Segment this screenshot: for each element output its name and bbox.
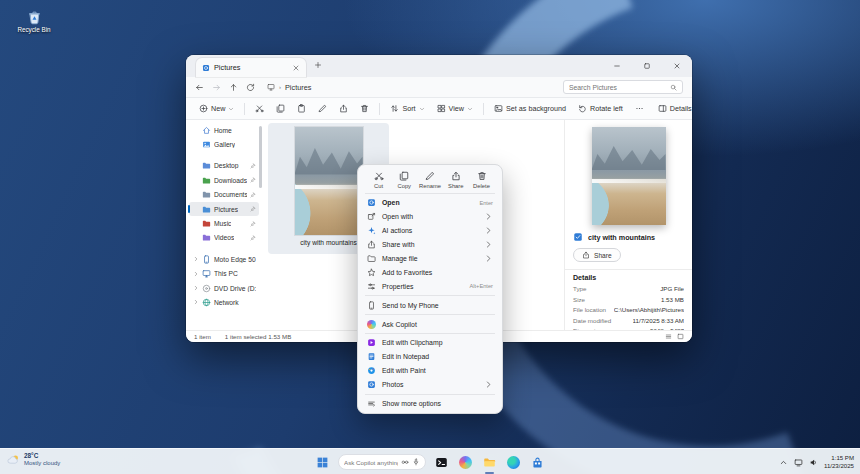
sidebar-item-pictures[interactable]: Pictures — [189, 202, 259, 216]
sparkle-icon — [367, 226, 376, 235]
menu-item-open-with[interactable]: Open with — [361, 210, 499, 224]
chevron-right-icon — [484, 226, 493, 235]
sidebar-item-documents[interactable]: Documents — [189, 188, 259, 202]
explorer-search-input[interactable] — [569, 84, 666, 91]
minimize-button[interactable] — [602, 55, 632, 77]
chevron-down-icon — [467, 106, 473, 112]
share-pill-button[interactable]: Share — [573, 248, 621, 262]
menu-item-label: Send to My Phone — [382, 302, 439, 309]
taskbar-search[interactable] — [338, 454, 426, 470]
rotate-left-icon — [578, 104, 587, 113]
share-button[interactable] — [334, 102, 353, 115]
property-label: Date modified — [573, 316, 611, 327]
store-taskbar-button[interactable] — [529, 454, 546, 471]
menu-item-edit-in-notepad[interactable]: Edit in Notepad — [361, 350, 499, 364]
list-view-icon[interactable] — [665, 333, 672, 340]
copy-quick-button[interactable]: Copy — [392, 171, 417, 189]
new-tab-button[interactable] — [314, 55, 322, 73]
menu-item-photos[interactable]: Photos — [361, 378, 499, 392]
explorer-search[interactable] — [563, 80, 683, 94]
title-bar[interactable]: Pictures — [186, 55, 692, 77]
start-button[interactable] — [314, 454, 331, 471]
edge-icon — [507, 456, 520, 469]
thumbnail-view-icon[interactable] — [677, 333, 684, 340]
property-value: 11/7/2025 8:33 AM — [633, 316, 685, 327]
menu-item-edit-with-clipchamp[interactable]: Edit with Clipchamp — [361, 336, 499, 350]
copilot-vision-glasses-icon[interactable] — [401, 458, 409, 466]
selection-size: 1.53 MB — [268, 333, 291, 340]
copilot-taskbar-button[interactable] — [457, 454, 474, 471]
taskbar-search-input[interactable] — [344, 459, 398, 466]
sidebar-item-moto-edge-50-n[interactable]: Moto Edge 50 N — [189, 252, 259, 266]
recycle-bin-shortcut[interactable]: Recycle Bin — [10, 8, 58, 33]
share-icon — [582, 251, 590, 259]
paste-button[interactable] — [292, 102, 311, 115]
tab-close-icon[interactable] — [292, 64, 300, 72]
rename-button[interactable] — [313, 102, 332, 115]
delete-quick-button[interactable]: Delete — [469, 171, 494, 189]
property-label: Type — [573, 284, 586, 295]
sort-button[interactable]: Sort — [385, 102, 429, 115]
weather-temp: 28°C — [24, 452, 60, 460]
phone-icon — [367, 301, 376, 310]
network-monitor-icon[interactable] — [794, 458, 803, 467]
menu-item-manage-file[interactable]: Manage file — [361, 252, 499, 266]
rotate-left-button[interactable]: Rotate left — [573, 102, 628, 115]
rename-quick-button[interactable]: Rename — [418, 171, 443, 189]
menu-item-properties[interactable]: PropertiesAlt+Enter — [361, 279, 499, 293]
back-icon[interactable] — [195, 83, 204, 92]
tab-title: Pictures — [214, 63, 240, 72]
terminal-taskbar-button[interactable] — [433, 454, 450, 471]
set-as-background-button[interactable]: Set as background — [489, 102, 571, 115]
up-icon[interactable] — [229, 83, 238, 92]
share-quick-button[interactable]: Share — [443, 171, 468, 189]
clock[interactable]: 1:15 PM 11/23/2025 — [824, 454, 854, 470]
details-toggle-button[interactable]: Details — [653, 102, 692, 115]
breadcrumb[interactable]: › Pictures — [263, 80, 555, 95]
menu-item-open[interactable]: OpenEnter — [361, 196, 499, 210]
menu-item-ask-copilot[interactable]: Ask Copilot — [361, 317, 499, 331]
pictures-tab-icon — [202, 64, 210, 72]
delete-button[interactable] — [355, 102, 374, 115]
sidebar-item-desktop[interactable]: Desktop — [189, 159, 259, 173]
file-explorer-taskbar-button[interactable] — [481, 454, 498, 471]
menu-item-label: AI actions — [382, 227, 412, 234]
cut-button[interactable] — [250, 102, 269, 115]
speaker-icon[interactable] — [809, 458, 818, 467]
tray-chevron-up-icon[interactable] — [779, 458, 788, 467]
menu-item-send-to-my-phone[interactable]: Send to My Phone — [361, 298, 499, 312]
refresh-icon[interactable] — [246, 83, 255, 92]
forward-icon[interactable] — [212, 83, 221, 92]
file-explorer-icon — [483, 456, 496, 469]
maximize-button[interactable] — [632, 55, 662, 77]
sidebar-item-music[interactable]: Music — [189, 216, 259, 230]
close-button[interactable] — [662, 55, 692, 77]
edge-taskbar-button[interactable] — [505, 454, 522, 471]
paint-icon — [367, 366, 376, 375]
menu-item-show-more-options[interactable]: Show more options — [361, 397, 499, 411]
sidebar-item-gallery[interactable]: Gallery — [189, 137, 259, 151]
menu-item-share-with[interactable]: Share with — [361, 238, 499, 252]
pin-icon — [250, 221, 256, 227]
menu-item-edit-with-paint[interactable]: Edit with Paint — [361, 364, 499, 378]
menu-item-add-to-favorites[interactable]: Add to Favorites — [361, 265, 499, 279]
copy-button[interactable] — [271, 102, 290, 115]
weather-widget[interactable]: 28°C Mostly cloudy — [7, 452, 60, 468]
sidebar-item-label: DVD Drive (D:) C — [214, 285, 256, 292]
details-pane-icon — [658, 104, 667, 113]
tab-pictures[interactable]: Pictures — [196, 58, 306, 77]
cut-quick-button[interactable]: Cut — [366, 171, 391, 189]
menu-item-label: Open — [382, 199, 400, 206]
property-value: JPG File — [660, 284, 684, 295]
sidebar-item-dvd-drive-d-c[interactable]: DVD Drive (D:) C — [189, 281, 259, 295]
menu-item-ai-actions[interactable]: AI actions — [361, 224, 499, 238]
sidebar-item-videos[interactable]: Videos — [189, 231, 259, 245]
more-options-button[interactable] — [630, 102, 649, 115]
view-button[interactable]: View — [432, 102, 478, 115]
sidebar-item-this-pc[interactable]: This PC — [189, 267, 259, 281]
sidebar-item-downloads[interactable]: Downloads — [189, 173, 259, 187]
new-button[interactable]: New — [194, 102, 239, 115]
microphone-icon[interactable] — [412, 458, 420, 466]
sidebar-item-network[interactable]: Network — [189, 295, 259, 309]
sidebar-item-home[interactable]: Home — [189, 123, 259, 137]
